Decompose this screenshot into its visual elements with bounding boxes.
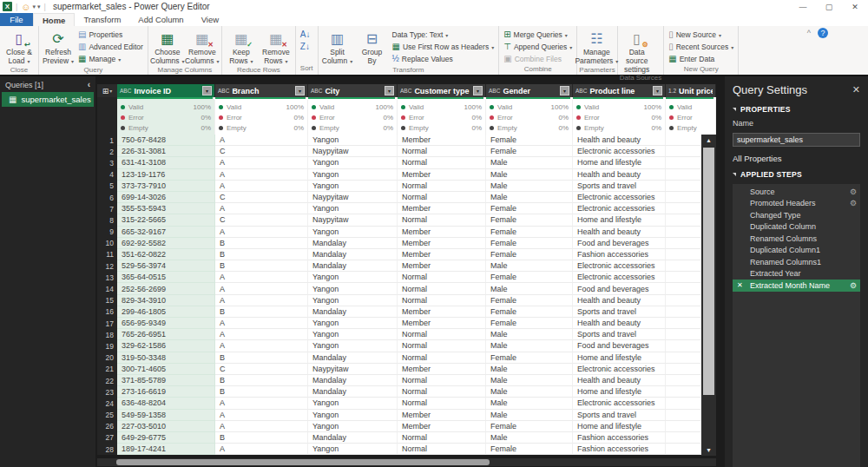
- cell-gender[interactable]: Female: [486, 227, 573, 238]
- cell-city[interactable]: Mandalay: [308, 260, 398, 272]
- cell-product-line[interactable]: Sports and travel: [573, 410, 666, 421]
- applied-step-extracted-month-name[interactable]: ✕Extracted Month Name⚙: [733, 280, 860, 292]
- cell-gender[interactable]: Male: [486, 283, 573, 294]
- collapse-queries-pane-icon[interactable]: ‹: [88, 80, 90, 89]
- column-header-gender[interactable]: ABCGender▾: [486, 84, 573, 97]
- cell-invoice-id[interactable]: 750-67-8428: [117, 135, 215, 146]
- cell-branch[interactable]: A: [215, 135, 308, 146]
- cell-unit-price[interactable]: [666, 295, 701, 306]
- column-header-city[interactable]: ABCCity▾: [308, 84, 398, 97]
- cell-branch[interactable]: A: [215, 203, 308, 214]
- query-list-item[interactable]: ▦supermarket_sales: [2, 92, 94, 107]
- cell-invoice-id[interactable]: 319-50-3348: [117, 352, 215, 364]
- cell-product-line[interactable]: Health and beauty: [573, 318, 666, 329]
- sort-descending-button[interactable]: Z↓: [298, 41, 316, 53]
- merge-queries-button[interactable]: ⊞Merge Queries▾: [501, 29, 575, 41]
- cell-gender[interactable]: Female: [486, 421, 573, 432]
- vertical-scrollbar-thumb[interactable]: [703, 148, 714, 395]
- cell-gender[interactable]: Female: [486, 306, 573, 318]
- cell-product-line[interactable]: Fashion accessories: [573, 249, 666, 260]
- cell-city[interactable]: Yangon: [308, 203, 398, 214]
- cell-customer-type[interactable]: Member: [398, 421, 486, 432]
- cell-branch[interactable]: B: [215, 432, 308, 444]
- cell-city[interactable]: Naypyitaw: [308, 364, 398, 375]
- cell-product-line[interactable]: Food and beverages: [573, 238, 666, 249]
- cell-gender[interactable]: Female: [486, 249, 573, 260]
- cell-invoice-id[interactable]: 355-53-5943: [117, 203, 215, 214]
- cell-branch[interactable]: C: [215, 214, 308, 226]
- delete-step-icon[interactable]: ✕: [737, 281, 743, 289]
- cell-gender[interactable]: Male: [486, 157, 573, 168]
- tab-add-column[interactable]: Add Column: [129, 13, 192, 26]
- feedback-smiley-icon[interactable]: ☺: [21, 3, 30, 11]
- cell-invoice-id[interactable]: 299-46-1805: [117, 306, 215, 318]
- append-queries-button[interactable]: ⊤Append Queries▾: [501, 41, 575, 53]
- cell-product-line[interactable]: Health and beauty: [573, 227, 666, 238]
- collapse-section-icon[interactable]: [733, 108, 736, 111]
- enter-data-button[interactable]: ▦Enter Data: [666, 53, 736, 65]
- minimize-button[interactable]: —: [790, 0, 816, 13]
- cell-city[interactable]: Yangon: [308, 272, 398, 283]
- advanced-editor-button[interactable]: ▥Advanced Editor: [76, 41, 146, 53]
- cell-invoice-id[interactable]: 227-03-5010: [117, 421, 215, 432]
- collapse-ribbon-icon[interactable]: ^: [807, 29, 811, 37]
- cell-gender[interactable]: Male: [486, 364, 573, 375]
- cell-product-line[interactable]: Electronic accessories: [573, 272, 666, 283]
- cell-unit-price[interactable]: [666, 364, 701, 375]
- cell-branch[interactable]: B: [215, 352, 308, 364]
- cell-unit-price[interactable]: [666, 214, 701, 226]
- cell-city[interactable]: Yangon: [308, 398, 398, 409]
- cell-invoice-id[interactable]: 631-41-3108: [117, 157, 215, 168]
- cell-gender[interactable]: Female: [486, 295, 573, 306]
- cell-city[interactable]: Mandalay: [308, 249, 398, 260]
- tab-view[interactable]: View: [193, 13, 227, 26]
- scroll-up-icon[interactable]: ▲: [701, 135, 716, 146]
- cell-city[interactable]: Yangon: [308, 410, 398, 421]
- cell-product-line[interactable]: Sports and travel: [573, 306, 666, 318]
- cell-gender[interactable]: Male: [486, 340, 573, 352]
- cell-invoice-id[interactable]: 699-14-3026: [117, 192, 215, 203]
- cell-unit-price[interactable]: [666, 227, 701, 238]
- filter-dropdown-icon[interactable]: ▾: [653, 86, 662, 95]
- cell-gender[interactable]: Male: [486, 181, 573, 192]
- scroll-down-icon[interactable]: ▼: [701, 444, 716, 456]
- close-settings-icon[interactable]: ✕: [852, 84, 860, 95]
- cell-invoice-id[interactable]: 123-19-1176: [117, 169, 215, 181]
- cell-gender[interactable]: Male: [486, 410, 573, 421]
- cell-customer-type[interactable]: Member: [398, 318, 486, 329]
- cell-city[interactable]: Yangon: [308, 227, 398, 238]
- cell-product-line[interactable]: Home and lifestyle: [573, 352, 666, 364]
- cell-invoice-id[interactable]: 373-73-7910: [117, 181, 215, 192]
- cell-customer-type[interactable]: Normal: [398, 192, 486, 203]
- applied-step-duplicated-column[interactable]: Duplicated Column: [733, 221, 860, 234]
- close-and-load-button[interactable]: ▯↩Close &Load▾: [2, 27, 36, 66]
- cell-invoice-id[interactable]: 829-34-3910: [117, 295, 215, 306]
- cell-branch[interactable]: A: [215, 227, 308, 238]
- cell-unit-price[interactable]: [666, 375, 701, 386]
- cell-product-line[interactable]: Home and lifestyle: [573, 157, 666, 168]
- cell-unit-price[interactable]: [666, 329, 701, 340]
- cell-customer-type[interactable]: Member: [398, 238, 486, 249]
- column-header-invoice-id[interactable]: ABCInvoice ID▾: [117, 84, 215, 97]
- cell-unit-price[interactable]: [666, 146, 701, 157]
- cell-product-line[interactable]: Electronic accessories: [573, 260, 666, 272]
- tab-transform[interactable]: Transform: [75, 13, 129, 26]
- maximize-button[interactable]: ▢: [816, 0, 842, 13]
- cell-invoice-id[interactable]: 529-56-3974: [117, 260, 215, 272]
- cell-branch[interactable]: B: [215, 260, 308, 272]
- cell-invoice-id[interactable]: 351-62-0822: [117, 249, 215, 260]
- cell-invoice-id[interactable]: 252-56-2699: [117, 283, 215, 294]
- cell-gender[interactable]: Female: [486, 444, 573, 455]
- cell-invoice-id[interactable]: 189-17-4241: [117, 444, 215, 455]
- column-header-customer-type[interactable]: ABCCustomer type▾: [398, 84, 486, 97]
- cell-customer-type[interactable]: Normal: [398, 181, 486, 192]
- cell-product-line[interactable]: Sports and travel: [573, 329, 666, 340]
- cell-invoice-id[interactable]: 371-85-5789: [117, 375, 215, 386]
- cell-customer-type[interactable]: Normal: [398, 283, 486, 294]
- applied-step-renamed-columns[interactable]: Renamed Columns: [733, 233, 860, 245]
- cell-gender[interactable]: Male: [486, 260, 573, 272]
- cell-branch[interactable]: A: [215, 318, 308, 329]
- cell-customer-type[interactable]: Member: [398, 203, 486, 214]
- help-icon[interactable]: ?: [818, 28, 828, 38]
- cell-branch[interactable]: C: [215, 364, 308, 375]
